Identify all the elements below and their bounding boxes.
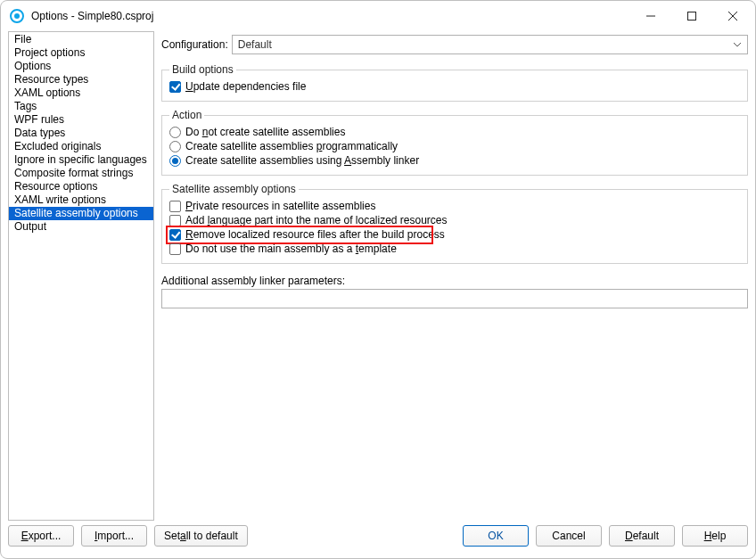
al-params-input[interactable] [161, 289, 748, 308]
configuration-dropdown[interactable]: Default [232, 35, 748, 54]
help-button[interactable]: Help [682, 525, 748, 547]
title-bar: Options - Simple80.csproj [1, 1, 755, 31]
sidebar-item[interactable]: Options [9, 60, 153, 73]
sidebar-item[interactable]: Ignore in specific languages [9, 153, 153, 167]
action-legend: Action [169, 109, 204, 121]
al-params-label: Additional assembly linker parameters: [161, 275, 748, 287]
cancel-button[interactable]: Cancel [536, 525, 602, 547]
private-res-label: Private resources in satellite assemblie… [185, 200, 375, 212]
action-programmatic-radio[interactable] [169, 141, 181, 152]
close-button[interactable] [712, 3, 753, 29]
maximize-button[interactable] [671, 3, 712, 29]
remove-localized-label: Remove localized resource files after th… [185, 228, 445, 241]
options-tree[interactable]: FileProject optionsOptionsResource types… [8, 31, 154, 521]
set-all-default-button[interactable]: Set all to default [154, 525, 248, 547]
dialog-buttons: Export... Import... Set all to default O… [1, 521, 755, 558]
sidebar-item[interactable]: Project options [9, 46, 153, 60]
sidebar-item[interactable]: Resource types [9, 73, 153, 86]
import-button[interactable]: Import... [81, 525, 147, 547]
ok-button[interactable]: OK [463, 525, 529, 547]
action-al-radio[interactable] [169, 155, 181, 167]
action-programmatic-label: Create satellite assemblies programmatic… [185, 140, 398, 152]
no-template-label: Do not use the main assembly as a templa… [185, 243, 397, 255]
sidebar-item[interactable]: Output [9, 220, 153, 234]
sidebar-item[interactable]: Satellite assembly options [9, 207, 153, 220]
add-lang-checkbox[interactable] [169, 215, 181, 226]
default-button[interactable]: Default [609, 525, 675, 547]
update-deps-label: Update dependencies file [185, 80, 306, 93]
add-lang-label: Add language part into the name of local… [185, 214, 448, 226]
build-options-group: Build options Update dependencies file [161, 63, 748, 102]
sidebar-item[interactable]: File [9, 33, 153, 46]
app-icon [10, 9, 24, 23]
no-template-checkbox[interactable] [169, 243, 181, 255]
sidebar-item[interactable]: Tags [9, 100, 153, 113]
action-al-label: Create satellite assemblies using Assemb… [185, 154, 419, 167]
build-options-legend: Build options [169, 63, 236, 76]
satellite-options-group: Satellite assembly options Private resou… [161, 183, 748, 264]
sidebar-item[interactable]: XAML options [9, 86, 153, 100]
sidebar-item[interactable]: Composite format strings [9, 167, 153, 180]
update-deps-checkbox[interactable] [169, 81, 181, 93]
sidebar-item[interactable]: Excluded originals [9, 140, 153, 153]
chevron-down-icon [733, 40, 742, 49]
window-title: Options - Simple80.csproj [31, 10, 153, 22]
action-none-label: Do not create satellite assemblies [185, 126, 345, 138]
private-res-checkbox[interactable] [169, 201, 181, 212]
remove-localized-checkbox[interactable] [169, 229, 181, 241]
configuration-value: Default [238, 38, 272, 51]
action-group: Action Do not create satellite assemblie… [161, 109, 748, 176]
minimize-button[interactable] [630, 3, 671, 29]
sidebar-item[interactable]: Data types [9, 127, 153, 140]
action-none-radio[interactable] [169, 127, 181, 138]
sidebar-item[interactable]: XAML write options [9, 193, 153, 207]
sidebar-item[interactable]: Resource options [9, 180, 153, 193]
export-button[interactable]: Export... [8, 525, 74, 547]
satellite-options-legend: Satellite assembly options [169, 183, 299, 195]
sidebar-item[interactable]: WPF rules [9, 113, 153, 127]
configuration-label: Configuration: [161, 38, 228, 51]
svg-rect-0 [688, 12, 696, 21]
